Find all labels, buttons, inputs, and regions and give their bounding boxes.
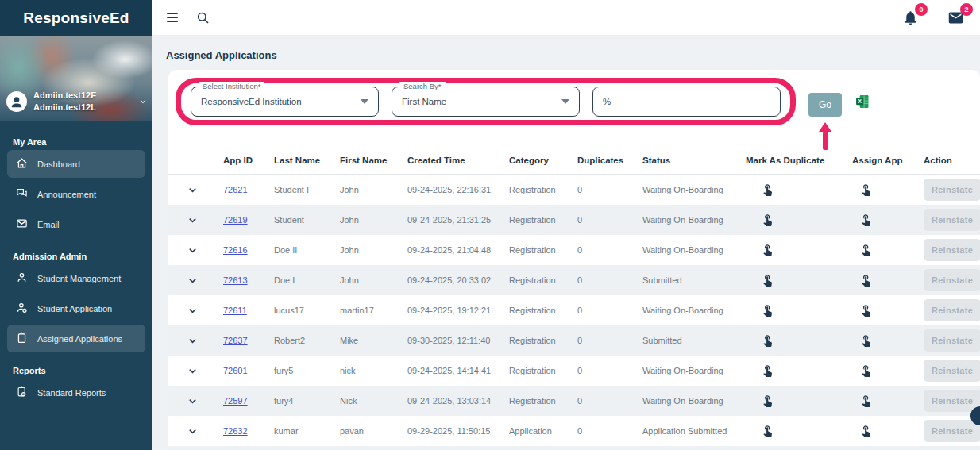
assign-app-icon[interactable] xyxy=(859,424,873,437)
column-header-assign-app: Assign App xyxy=(839,156,910,165)
mark-as-duplicate-icon[interactable] xyxy=(761,213,774,226)
column-header-first-name: First Name xyxy=(333,156,400,165)
sidebar-menu: My AreaDashboardAnnouncementEmailAdmissi… xyxy=(0,121,152,406)
first-name-cell: John xyxy=(333,215,400,225)
search-text-value: % xyxy=(603,97,611,106)
user-profile[interactable]: Admiin.test12F Admiin.test12L xyxy=(6,90,148,113)
search-by-select[interactable]: Search By* First Name xyxy=(392,87,580,117)
page-title: Assigned Applications xyxy=(166,49,980,61)
sidebar-item-label: Dashboard xyxy=(37,160,80,169)
expand-row-icon[interactable] xyxy=(187,184,199,196)
person-icon xyxy=(9,94,25,110)
reinstate-button[interactable]: Reinstate xyxy=(924,360,980,382)
created-time-cell: 09-24-2025, 21:04:48 xyxy=(400,245,502,255)
excel-export-icon[interactable]: X xyxy=(855,94,870,110)
app-id-link[interactable]: 72611 xyxy=(223,306,247,315)
duplicates-cell: 0 xyxy=(570,215,635,225)
assign-app-icon[interactable] xyxy=(859,183,873,196)
mail-button[interactable]: 2 xyxy=(947,10,964,26)
app-id-link[interactable]: 72619 xyxy=(223,215,248,225)
assign-app-icon[interactable] xyxy=(859,394,873,407)
expand-row-icon[interactable] xyxy=(187,365,199,377)
reinstate-button[interactable]: Reinstate xyxy=(924,329,980,352)
reinstate-button[interactable]: Reinstate xyxy=(924,420,980,442)
assign-app-icon[interactable] xyxy=(859,363,873,377)
first-name-cell: pavan xyxy=(333,426,400,436)
notifications-button[interactable]: 0 xyxy=(902,10,919,26)
reinstate-button[interactable]: Reinstate xyxy=(924,269,980,291)
sidebar-item-student-application[interactable]: Student Application xyxy=(7,294,145,322)
created-time-cell: 09-24-2025, 14:14:41 xyxy=(400,366,502,375)
reinstate-button[interactable]: Reinstate xyxy=(924,299,980,321)
app-id-link[interactable]: 72616 xyxy=(223,245,248,255)
last-name-cell: Student I xyxy=(267,185,333,194)
search-text-input[interactable]: % xyxy=(592,87,781,117)
standard-reports-icon xyxy=(16,386,28,399)
reinstate-button[interactable]: Reinstate xyxy=(924,239,980,261)
table-row: 72597 fury4 Nick 09-24-2025, 13:03:14 Re… xyxy=(168,386,980,416)
dropdown-arrow-icon xyxy=(561,99,569,104)
expand-row-icon[interactable] xyxy=(187,275,199,287)
app-id-link[interactable]: 72597 xyxy=(223,396,248,406)
app-id-link[interactable]: 72637 xyxy=(223,336,248,345)
last-name-cell: fury4 xyxy=(267,396,333,406)
duplicates-cell: 0 xyxy=(570,275,635,285)
status-cell: Waiting On-Boarding xyxy=(635,396,732,406)
search-icon[interactable] xyxy=(195,10,210,25)
mark-as-duplicate-icon[interactable] xyxy=(761,424,774,437)
expand-row-icon[interactable] xyxy=(187,425,199,437)
sidebar-item-email[interactable]: Email xyxy=(7,210,145,238)
assign-app-icon[interactable] xyxy=(859,273,873,287)
category-cell: Registration xyxy=(502,275,570,285)
assign-app-icon[interactable] xyxy=(859,303,873,317)
assign-app-icon[interactable] xyxy=(859,333,873,347)
mark-as-duplicate-icon[interactable] xyxy=(761,333,774,347)
expand-row-icon[interactable] xyxy=(187,335,199,347)
created-time-cell: 09-24-2025, 22:16:31 xyxy=(400,185,502,194)
mark-as-duplicate-icon[interactable] xyxy=(761,183,774,196)
assign-app-icon[interactable] xyxy=(859,213,873,226)
student-application-icon xyxy=(16,302,28,315)
reinstate-button[interactable]: Reinstate xyxy=(924,209,980,231)
mark-as-duplicate-icon[interactable] xyxy=(761,303,774,317)
created-time-cell: 09-24-2025, 13:03:14 xyxy=(400,396,502,406)
announcement-icon xyxy=(16,187,28,201)
app-id-link[interactable]: 72601 xyxy=(223,366,248,375)
first-name-cell: John xyxy=(333,275,400,285)
first-name-cell: Mike xyxy=(333,336,400,345)
mark-as-duplicate-icon[interactable] xyxy=(761,243,774,256)
status-cell: Submitted xyxy=(635,336,732,345)
sidebar-item-student-management[interactable]: Student Management xyxy=(7,264,145,292)
table-header: App IDLast NameFirst NameCreated TimeCat… xyxy=(168,146,980,175)
last-name-cell: Doe I xyxy=(267,275,333,285)
menu-toggle-icon[interactable] xyxy=(167,13,178,22)
app-id-link[interactable]: 72632 xyxy=(223,426,248,436)
sidebar: ResponsiveEd Admiin.test12F Admiin.test1… xyxy=(0,0,152,450)
expand-row-icon[interactable] xyxy=(187,244,199,256)
app-id-link[interactable]: 72621 xyxy=(223,185,248,194)
sidebar-item-dashboard[interactable]: Dashboard xyxy=(7,150,145,178)
created-time-cell: 09-24-2025, 21:31:25 xyxy=(400,215,502,225)
created-time-cell: 09-30-2025, 12:11:40 xyxy=(400,336,502,345)
reinstate-button[interactable]: Reinstate xyxy=(924,390,980,412)
institution-select[interactable]: Select Institution* ResponsiveEd Institu… xyxy=(191,87,379,117)
chevron-down-icon[interactable] xyxy=(138,97,148,106)
sidebar-item-assigned-applications[interactable]: Assigned Applications xyxy=(7,325,145,352)
mark-as-duplicate-icon[interactable] xyxy=(761,273,774,287)
mark-as-duplicate-icon[interactable] xyxy=(761,363,774,377)
column-header-created-time: Created Time xyxy=(400,156,502,165)
category-cell: Registration xyxy=(502,366,570,375)
dropdown-arrow-icon xyxy=(361,99,368,104)
mark-as-duplicate-icon[interactable] xyxy=(761,394,774,407)
duplicates-cell: 0 xyxy=(570,306,635,315)
assign-app-icon[interactable] xyxy=(859,243,873,256)
expand-row-icon[interactable] xyxy=(187,214,199,226)
expand-row-icon[interactable] xyxy=(187,395,199,407)
sidebar-item-announcement[interactable]: Announcement xyxy=(7,180,145,208)
app-id-link[interactable]: 72613 xyxy=(223,275,248,285)
expand-row-icon[interactable] xyxy=(187,305,199,317)
sidebar-item-standard-reports[interactable]: Standard Reports xyxy=(7,379,145,406)
reinstate-button[interactable]: Reinstate xyxy=(924,179,980,201)
column-header-last-name: Last Name xyxy=(267,156,333,165)
go-button[interactable]: Go xyxy=(808,93,842,117)
